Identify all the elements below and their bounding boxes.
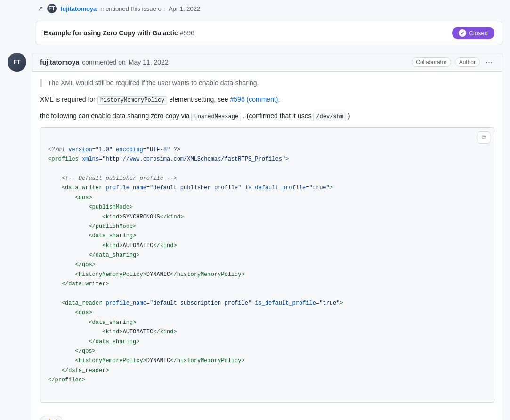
author-badge: Author: [455, 57, 480, 67]
inline-code-2: LoanedMessage: [191, 113, 241, 121]
issue-link[interactable]: #596 (comment): [230, 96, 278, 103]
collaborator-badge: Collaborator: [412, 57, 451, 67]
copy-code-button[interactable]: ⧉: [478, 131, 490, 144]
comment-header: fujitatomoya commented on May 11, 2022 C…: [32, 53, 502, 72]
reactions-bar: 👍 2: [32, 410, 502, 420]
issue-ref-box: Example for using Zero Copy with Galacti…: [36, 21, 502, 45]
inline-code-3: /dev/shm: [313, 113, 346, 121]
code-block: <?xml version="1.0" encoding="UTF-8" ?> …: [40, 128, 494, 402]
more-options-button[interactable]: ···: [484, 57, 494, 67]
thumbsup-emoji: 👍: [45, 418, 53, 420]
mention-avatar: FT: [47, 4, 57, 13]
closed-badge-label: Closed: [469, 30, 488, 37]
comment-header-right: Collaborator Author ···: [412, 57, 494, 67]
comment-date: May 11, 2022: [129, 58, 169, 66]
thumbsup-count: 2: [55, 418, 58, 420]
check-circle-icon: [459, 29, 466, 37]
comment-content: The XML would still be required if the u…: [32, 72, 502, 410]
commenter-name[interactable]: fujitatomoya: [40, 58, 79, 66]
closed-badge: Closed: [452, 27, 494, 39]
commenter-avatar: FT: [8, 53, 26, 72]
comment-header-left: fujitatomoya commented on May 11, 2022: [40, 58, 169, 66]
comment-container: FT fujitatomoya commented on May 11, 202…: [8, 53, 502, 420]
comment-blockquote: The XML would still be required if the u…: [40, 79, 494, 87]
cross-reference-icon: ↗: [38, 5, 43, 12]
mention-username[interactable]: fujitatomoya: [60, 5, 97, 12]
issue-ref-title: Example for using Zero Copy with Galacti…: [44, 29, 194, 37]
inline-code-1: historyMemoryPolicy: [97, 96, 168, 105]
thumbsup-reaction-button[interactable]: 👍 2: [40, 416, 63, 420]
mention-bar: ↗ FT fujitatomoya mentioned this issue o…: [28, 0, 510, 17]
mention-date: Apr 1, 2022: [169, 5, 200, 12]
comment-paragraph-2: the following can enable data sharing ze…: [40, 111, 494, 121]
comment-paragraph-1: XML is required for historyMemoryPolicy …: [40, 94, 494, 105]
comment-body: fujitatomoya commented on May 11, 2022 C…: [32, 53, 502, 420]
code-block-wrapper: ⧉ <?xml version="1.0" encoding="UTF-8" ?…: [40, 127, 494, 403]
page-wrapper: ↗ FT fujitatomoya mentioned this issue o…: [0, 0, 510, 420]
comment-action: commented on: [82, 58, 126, 66]
mention-action: mentioned this issue on: [100, 5, 165, 12]
issue-ref-number: #596: [180, 29, 194, 37]
